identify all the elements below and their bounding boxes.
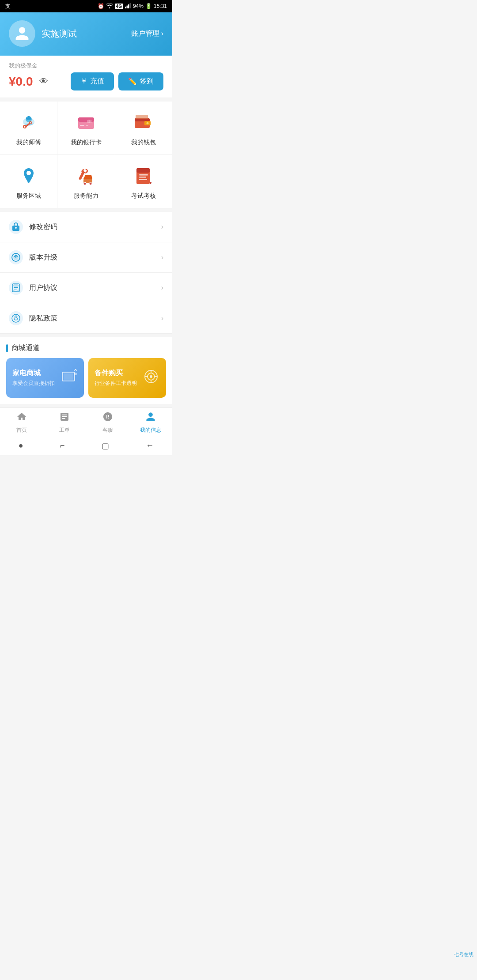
svg-point-15 (89, 120, 92, 123)
orders-label: 工单 (59, 426, 70, 434)
svg-rect-12 (80, 125, 84, 126)
back-gesture-icon[interactable]: ⌐ (60, 441, 65, 450)
appliance-card-title: 家电商城 (12, 369, 55, 378)
svg-rect-7 (28, 116, 30, 118)
username-label: 实施测试 (42, 28, 77, 40)
parts-icon (142, 368, 160, 388)
privacy-arrow-icon: › (161, 314, 163, 322)
recharge-button[interactable]: ￥ 充值 (71, 72, 114, 90)
battery-text: 94% (133, 3, 144, 9)
bottom-nav: 首页 工单 客服 我的信息 (0, 407, 172, 436)
version-label: 版本升级 (29, 253, 155, 262)
sign-button[interactable]: ✏️ 签到 (118, 72, 163, 90)
nav-item-orders[interactable]: 工单 (43, 411, 87, 434)
privacy-label: 隐私政策 (29, 314, 155, 323)
signal-icon (125, 3, 131, 10)
privacy-icon (9, 311, 23, 325)
bank-icon (75, 111, 98, 134)
svg-marker-27 (83, 175, 92, 179)
nav-item-home[interactable]: 首页 (0, 411, 43, 434)
password-arrow-icon: › (161, 223, 163, 231)
svg-rect-29 (136, 168, 150, 173)
back-arrow-icon[interactable]: ← (146, 441, 154, 450)
list-section: 修改密码 › 版本升级 › 用户协议 › (0, 212, 172, 334)
grid-row-2: 服务区域 服务能力 (0, 155, 172, 208)
nav-item-service[interactable]: 客服 (86, 411, 129, 434)
battery-icon: 🔋 (145, 3, 152, 9)
mall-card-appliance[interactable]: 家电商城 享受会员直接折扣 (6, 358, 84, 398)
bank-label: 我的银行卡 (71, 139, 102, 147)
clock-icon: ⏰ (98, 3, 104, 9)
grid-item-ability[interactable]: 服务能力 (57, 155, 115, 208)
svg-rect-3 (129, 3, 131, 8)
grid-row-1: 我的师傅 我的银行卡 (0, 102, 172, 155)
grid-item-wallet[interactable]: 我的钱包 (115, 102, 172, 155)
mall-section: 商城通道 家电商城 享受会员直接折扣 备件购买 行业备件工 (0, 337, 172, 404)
clock-time: 15:31 (154, 3, 167, 9)
exam-icon (132, 165, 155, 188)
home-gesture-icon[interactable]: ● (19, 441, 23, 450)
svg-rect-44 (64, 373, 73, 380)
version-arrow-icon: › (161, 253, 163, 261)
sign-label: 签到 (140, 77, 154, 86)
wallet-icon (132, 111, 155, 134)
master-label: 我的师傅 (16, 139, 41, 147)
svg-rect-30 (139, 174, 148, 176)
svg-rect-1 (126, 5, 128, 8)
ability-icon (75, 165, 98, 188)
list-item-password[interactable]: 修改密码 › (0, 212, 172, 242)
grid-item-exam[interactable]: 考试考核 (115, 155, 172, 208)
list-item-agreement[interactable]: 用户协议 › (0, 273, 172, 303)
account-manage-button[interactable]: 账户管理 › (131, 29, 163, 38)
grid-section: 我的师傅 我的银行卡 (0, 102, 172, 208)
svg-point-23 (27, 178, 30, 181)
master-icon (17, 111, 40, 134)
status-bar: 支 ⏰ 4G 94% 🔋 15:31 (0, 0, 172, 12)
mall-title: 商城通道 (6, 343, 166, 353)
user-avatar-icon (14, 26, 30, 41)
orders-icon (59, 411, 70, 425)
wallet-label: 我的钱包 (131, 139, 156, 147)
profile-icon (145, 411, 156, 425)
exam-label: 考试考核 (131, 192, 156, 200)
wifi-icon (106, 3, 113, 10)
mall-title-label: 商城通道 (11, 343, 40, 353)
svg-rect-38 (14, 289, 17, 290)
list-item-version[interactable]: 版本升级 › (0, 242, 172, 273)
area-icon (17, 165, 40, 188)
service-label: 客服 (102, 426, 113, 434)
parts-card-sub: 行业备件工卡透明 (95, 380, 137, 387)
list-item-privacy[interactable]: 隐私政策 › (0, 303, 172, 334)
svg-rect-13 (86, 125, 88, 126)
system-nav-bar: ● ⌐ ▢ ← (0, 436, 172, 455)
avatar[interactable] (9, 20, 35, 47)
agreement-icon (9, 281, 23, 295)
ability-label: 服务能力 (74, 192, 98, 200)
eye-toggle-icon[interactable]: 👁 (39, 76, 48, 87)
mall-title-bar (6, 344, 8, 352)
svg-rect-0 (125, 7, 126, 8)
grid-item-master[interactable]: 我的师傅 (0, 102, 57, 155)
grid-item-area[interactable]: 服务区域 (0, 155, 57, 208)
svg-rect-37 (14, 287, 18, 288)
svg-point-19 (147, 122, 149, 124)
appliance-card-sub: 享受会员直接折扣 (12, 380, 55, 387)
svg-point-50 (107, 418, 108, 419)
agreement-arrow-icon: › (161, 284, 163, 292)
balance-section: 我的极保金 ¥0.0 👁 ￥ 充值 ✏️ 签到 (0, 56, 172, 98)
recents-gesture-icon[interactable]: ▢ (102, 441, 109, 451)
area-label: 服务区域 (16, 192, 41, 200)
svg-rect-20 (136, 115, 148, 119)
parts-card-title: 备件购买 (95, 369, 137, 378)
balance-label: 我的极保金 (9, 62, 163, 70)
account-manage-label: 账户管理 (131, 29, 159, 38)
mall-card-parts[interactable]: 备件购买 行业备件工卡透明 (88, 358, 166, 398)
service-icon (102, 411, 113, 425)
alipay-icon: 支 (5, 3, 11, 10)
nav-item-profile[interactable]: 我的信息 (129, 411, 173, 434)
grid-item-bank[interactable]: 我的银行卡 (57, 102, 115, 155)
svg-point-45 (74, 373, 77, 375)
home-label: 首页 (16, 426, 27, 434)
svg-rect-31 (139, 177, 146, 178)
recharge-label: 充值 (90, 77, 104, 86)
